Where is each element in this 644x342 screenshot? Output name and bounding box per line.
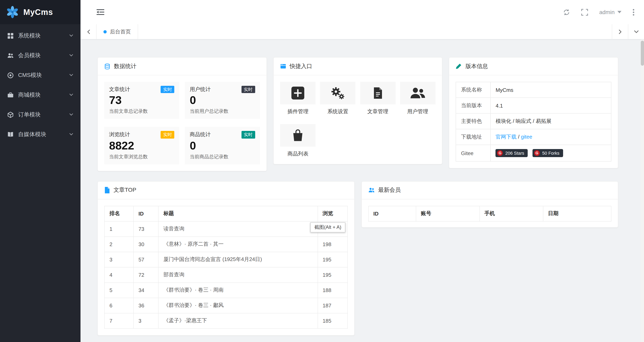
table-row: 230《意林》· 原序二首 · 其一198 (104, 236, 347, 252)
user-menu[interactable]: admin (599, 9, 622, 15)
version-row-label: 当前版本 (456, 98, 491, 113)
version-row-value: G206 Stars G50 Forks (491, 145, 611, 161)
official-download-link[interactable]: 官网下载 (496, 134, 516, 140)
column-header: 账号 (416, 206, 480, 221)
column-header: 日期 (543, 206, 611, 221)
sidebar: MyCms 系统模块 会员模块 CMS模块 (0, 0, 80, 342)
scrollbar-thumb[interactable] (641, 41, 644, 66)
quick-user-manage[interactable]: 用户管理 (400, 82, 436, 115)
file-text-icon (360, 82, 396, 104)
book-icon (7, 131, 14, 138)
stat-users: 用户统计 实时 0 当前用户总记录数 (185, 82, 260, 119)
version-row-label: Gitee (456, 145, 491, 161)
cell-id: 72 (134, 267, 158, 282)
chevron-down-icon (69, 34, 73, 37)
cell-rank: 1 (104, 221, 134, 236)
stat-label: 浏览统计 (109, 131, 130, 138)
vertical-scrollbar[interactable] (641, 40, 644, 342)
gitee-forks-badge[interactable]: G50 Forks (532, 149, 563, 157)
quick-label: 商品列表 (288, 150, 308, 158)
tabs-scroll-right-button[interactable] (612, 24, 628, 39)
cell-rank: 3 (104, 252, 134, 267)
stat-value: 8822 (109, 138, 174, 152)
stats-card: 数据统计 文章统计 实时 73 当前文章总记录数 (98, 57, 267, 171)
gitee-stars-badge[interactable]: G206 Stars (496, 149, 528, 157)
table-row: Gitee G206 Stars G50 Forks (456, 145, 611, 161)
sidebar-item-members[interactable]: 会员模块 (0, 46, 80, 65)
quick-label: 插件管理 (288, 108, 308, 115)
version-row-value: 4.1 (491, 98, 611, 113)
sidebar-item-system[interactable]: 系统模块 (0, 26, 80, 46)
version-card: 版本信息 系统名称 MyCms 当前版本 4.1 (449, 57, 618, 168)
table-header-row: 排名 ID 标题 浏览 (104, 206, 347, 221)
cell-title: 厦门中国台湾同志会宣言 (1925年4月24日) (158, 252, 318, 267)
more-options-button[interactable] (633, 9, 634, 16)
sidebar-item-shop[interactable]: 商城模块 (0, 85, 80, 105)
cell-title: 《意林》· 原序二首 · 其一 (158, 236, 318, 252)
tab-bar-right-controls (612, 24, 644, 39)
sidebar-item-media[interactable]: 自媒体模块 (0, 125, 80, 144)
table-header-row: ID 账号 手机 日期 (368, 206, 611, 221)
table-row: 当前版本 4.1 (456, 98, 611, 113)
table-row: 系统名称 MyCms (456, 82, 611, 98)
realtime-badge: 实时 (241, 131, 255, 139)
disc-icon (7, 72, 14, 78)
file-icon (104, 187, 110, 193)
sidebar-item-label: CMS模块 (18, 72, 42, 79)
sidebar-item-cms[interactable]: CMS模块 (0, 65, 80, 85)
table-row: 357厦门中国台湾同志会宣言 (1925年4月24日)195 (104, 252, 347, 267)
logo[interactable]: MyCms (0, 0, 80, 24)
refresh-button[interactable] (563, 9, 570, 16)
quick-entry-card: 快捷入口 插件管理 (273, 57, 442, 164)
chevron-down-icon (69, 94, 73, 96)
dashboard-row-2: 文章TOP 排名 ID 标题 浏览 (98, 181, 618, 335)
app-root: MyCms 系统模块 会员模块 CMS模块 (0, 0, 644, 342)
version-card-header: 版本信息 (450, 58, 618, 75)
cell-views: 188 (318, 282, 347, 298)
sidebar-menu: 系统模块 会员模块 CMS模块 商 (0, 24, 80, 144)
quick-label: 系统设置 (328, 108, 348, 115)
column-header: 排名 (104, 206, 134, 221)
quick-grid: 插件管理 (280, 82, 436, 158)
stats-grid: 文章统计 实时 73 当前文章总记录数 用户统计 实时 0 (104, 82, 260, 164)
cube-icon (7, 111, 14, 118)
version-row-label: 系统名称 (456, 82, 491, 98)
card-title: 最新会员 (378, 186, 401, 194)
caret-down-icon (618, 11, 622, 13)
screenshot-tooltip-text: 截图(Alt + A) (314, 224, 341, 230)
window-icon (280, 63, 286, 69)
stat-label: 商品统计 (190, 131, 211, 138)
stats-card-header: 数据统计 (98, 58, 266, 75)
quick-article-manage[interactable]: 文章管理 (360, 82, 396, 115)
cell-title: 《群书治要》· 卷三 · 鄘风 (158, 298, 318, 313)
tabs-menu-button[interactable] (628, 24, 644, 39)
version-table: 系统名称 MyCms 当前版本 4.1 主要特色 模块化 / 响应式 / 易拓展 (456, 82, 612, 162)
quick-plugin-manage[interactable]: 插件管理 (280, 82, 316, 115)
card-title: 文章TOP (114, 186, 136, 194)
chevron-down-icon (69, 113, 73, 116)
sidebar-collapse-button[interactable] (96, 9, 104, 15)
latest-members-card-body: ID 账号 手机 日期 (362, 199, 618, 227)
stat-desc: 当前文章浏览总数 (109, 153, 174, 160)
active-tab-dot (104, 30, 107, 33)
table-row: 下载地址 官网下载 / gitee (456, 129, 611, 145)
top-articles-card-body: 排名 ID 标题 浏览 173读音查询199 230《意林》· 原序 (98, 199, 354, 335)
column-header: 标题 (158, 206, 318, 221)
latest-members-card-header: 最新会员 (362, 181, 618, 199)
gitee-link[interactable]: gitee (521, 134, 532, 140)
plus-square-icon (280, 82, 316, 104)
quick-goods-list[interactable]: 商品列表 (280, 124, 316, 158)
briefcase-icon (7, 92, 14, 98)
realtime-badge: 实时 (161, 131, 174, 139)
sidebar-item-label: 自媒体模块 (18, 131, 46, 138)
cell-views: 185 (318, 313, 347, 328)
quick-system-settings[interactable]: 系统设置 (320, 82, 356, 115)
fullscreen-button[interactable] (581, 9, 588, 16)
main-content: 数据统计 文章统计 实时 73 当前文章总记录数 (80, 40, 644, 342)
shopping-bag-icon (280, 124, 316, 147)
version-row-value: 模块化 / 响应式 / 易拓展 (491, 113, 611, 129)
tab-home[interactable]: 后台首页 (96, 24, 138, 39)
sidebar-item-orders[interactable]: 订单模块 (0, 105, 80, 125)
tabs-scroll-left-button[interactable] (80, 24, 96, 39)
cell-rank: 6 (104, 298, 134, 313)
